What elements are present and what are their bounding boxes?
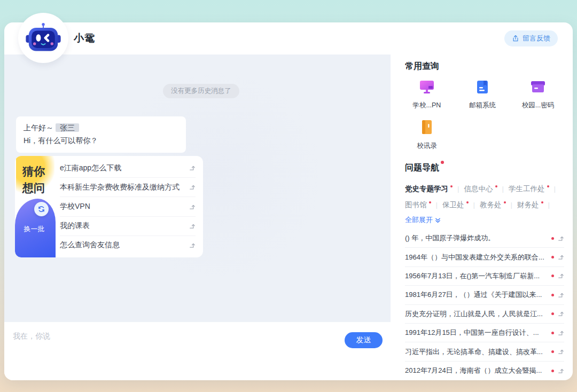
red-dot-badge xyxy=(504,201,506,203)
tab-divider: | xyxy=(473,197,475,213)
red-dot-badge xyxy=(441,161,444,164)
question-text: 2012年7月24日，海南省（）成立大会暨揭... xyxy=(405,366,547,375)
question-row[interactable]: 1981年6月27日，（）通过《关于建国以来... xyxy=(405,286,564,304)
suggest-question[interactable]: e江南app怎么下载 xyxy=(60,159,196,178)
tab-label: 党史专题学习 xyxy=(405,181,448,197)
red-dot-badge xyxy=(551,275,554,277)
window-header: 小鼋 留言反馈 xyxy=(4,22,573,54)
tab-divider: | xyxy=(548,197,550,213)
red-dot-badge xyxy=(495,185,497,187)
question-row[interactable]: 历史充分证明，江山就是人民，人民就是江... xyxy=(405,305,564,324)
greeting-bubble: 上午好～张三 Hi，有什么可以帮你？ xyxy=(16,116,186,153)
quick-item-label: 校讯录 xyxy=(417,142,437,151)
refresh-icon[interactable] xyxy=(34,202,49,216)
red-dot-badge xyxy=(551,294,554,296)
quick-item-contacts[interactable]: 校讯录 xyxy=(399,117,455,151)
tab-info-center[interactable]: 信息中心 xyxy=(464,181,497,197)
tab-label: 信息中心 xyxy=(464,181,493,197)
question-text: 1964年（）与中国发表建立外交关系的联合... xyxy=(405,253,547,262)
guess-you-ask-title: 猜你 想问 xyxy=(22,163,45,196)
avatar xyxy=(18,13,68,63)
red-dot-badge xyxy=(551,370,554,372)
message-input-bar: 发送 xyxy=(4,322,391,380)
tab-academic[interactable]: 教务处 xyxy=(480,197,506,213)
title-line2: 想问 xyxy=(22,179,45,196)
feedback-button[interactable]: 留言反馈 xyxy=(504,30,558,46)
history-notice: 没有更多历史消息了 xyxy=(163,84,239,98)
red-dot-badge xyxy=(429,201,431,203)
suggest-question-text: 学校VPN xyxy=(60,202,189,211)
quick-item-label: 学校...PN xyxy=(413,101,441,110)
tab-party-history[interactable]: 党史专题学习 xyxy=(405,181,453,197)
tab-label: 教务处 xyxy=(480,197,502,213)
question-text: 1956年7月13日，在()第一汽车制造厂崭新... xyxy=(405,271,547,281)
card-icon xyxy=(528,77,548,96)
suggest-question-list: e江南app怎么下载 本科新生学杂费收费标准及缴纳方式 学校VPN 我的课表 xyxy=(60,159,196,255)
assistant-window: 小鼋 留言反馈 没有更多历史消息了 上午好～张三 Hi，有什么可以帮你？ xyxy=(4,22,573,380)
ask-arrow-icon xyxy=(557,254,564,261)
nav-tabs: 党史专题学习 | 信息中心 | 学生工作处 | 图书馆 | 保卫处 | 教务处 … xyxy=(405,181,564,213)
ask-arrow-icon xyxy=(557,367,564,374)
red-dot-badge xyxy=(551,256,554,258)
question-text: 习近平指出，无论搞革命、搞建设、搞改革... xyxy=(405,347,547,357)
red-dot-badge xyxy=(547,185,549,187)
suggest-question-text: 怎么查询舍友信息 xyxy=(60,240,189,250)
tab-divider: | xyxy=(457,181,459,197)
tab-security[interactable]: 保卫处 xyxy=(442,197,469,213)
question-row[interactable]: 习近平指出，无论搞革命、搞建设、搞改革... xyxy=(405,342,564,361)
page-background: 小鼋 留言反馈 没有更多历史消息了 上午好～张三 Hi，有什么可以帮你？ xyxy=(0,0,577,392)
send-button[interactable]: 发送 xyxy=(345,332,383,348)
red-dot-badge xyxy=(541,201,543,203)
tab-label: 保卫处 xyxy=(442,197,464,213)
ask-arrow-icon xyxy=(557,272,564,279)
question-nav-section: 问题导航 党史专题学习 | 信息中心 | 学生工作处 | 图书馆 | 保卫处 |… xyxy=(405,162,564,380)
ask-arrow-icon xyxy=(189,184,196,191)
question-row[interactable]: 2012年7月24日，海南省（）成立大会暨揭... xyxy=(405,362,564,380)
red-dot-badge xyxy=(551,350,554,353)
quick-access-grid: 学校...PN 邮箱系统 xyxy=(399,77,566,151)
question-row[interactable]: 1991年12月15日，中国第一座自行设计、... xyxy=(405,324,564,342)
question-text: () 年，中国原子弹爆炸成功。 xyxy=(405,233,547,243)
ask-arrow-icon xyxy=(189,223,196,230)
quick-item-label: 邮箱系统 xyxy=(469,101,496,110)
tab-library[interactable]: 图书馆 xyxy=(405,197,431,213)
robot-avatar-icon xyxy=(26,22,61,53)
ask-arrow-icon xyxy=(557,310,564,317)
refresh-batch-blob[interactable]: 换一批 xyxy=(15,199,56,257)
suggest-question[interactable]: 我的课表 xyxy=(60,217,196,236)
suggest-question-text: 我的课表 xyxy=(60,221,189,231)
ask-arrow-icon xyxy=(189,164,196,171)
quick-item-mail[interactable]: 邮箱系统 xyxy=(455,77,510,110)
tab-label: 图书馆 xyxy=(405,197,427,213)
question-row[interactable]: 1964年（）与中国发表建立外交关系的联合... xyxy=(405,248,564,266)
question-nav-title-row: 问题导航 xyxy=(405,162,439,174)
quick-item-label: 校园...密码 xyxy=(522,101,554,110)
feedback-label: 留言反馈 xyxy=(523,34,550,43)
question-row[interactable]: () 年，中国原子弹爆炸成功。 xyxy=(405,229,564,248)
greeting-prefix: 上午好～ xyxy=(24,123,53,132)
question-row[interactable]: 1956年7月13日，在()第一汽车制造厂崭新... xyxy=(405,267,564,286)
red-dot-badge xyxy=(551,237,554,240)
tab-divider: | xyxy=(436,197,438,213)
tab-label: 学生工作处 xyxy=(509,181,545,197)
tab-finance[interactable]: 财务处 xyxy=(517,197,543,213)
question-text: 历史充分证明，江山就是人民，人民就是江... xyxy=(405,309,547,319)
tab-student-affairs[interactable]: 学生工作处 xyxy=(509,181,549,197)
message-input[interactable] xyxy=(13,328,237,343)
greeting-line1: 上午好～张三 xyxy=(24,122,178,135)
expand-all-link[interactable]: 全部展开 xyxy=(405,215,564,225)
suggest-question[interactable]: 本科新生学杂费收费标准及缴纳方式 xyxy=(60,178,196,197)
title-line1: 猜你 xyxy=(22,163,45,179)
ask-arrow-icon xyxy=(557,348,564,355)
quick-item-card[interactable]: 校园...密码 xyxy=(510,77,566,110)
suggest-question-text: 本科新生学杂费收费标准及缴纳方式 xyxy=(60,183,189,192)
suggest-question[interactable]: 怎么查询舍友信息 xyxy=(60,236,196,255)
red-dot-badge xyxy=(551,312,554,315)
username-chip: 张三 xyxy=(56,123,79,132)
red-dot-badge xyxy=(551,332,554,334)
tab-divider: | xyxy=(554,181,556,197)
expand-all-label: 全部展开 xyxy=(405,215,433,225)
suggest-question[interactable]: 学校VPN xyxy=(60,197,196,216)
quick-item-vpn[interactable]: 学校...PN xyxy=(399,77,455,110)
monitor-icon xyxy=(417,77,436,96)
